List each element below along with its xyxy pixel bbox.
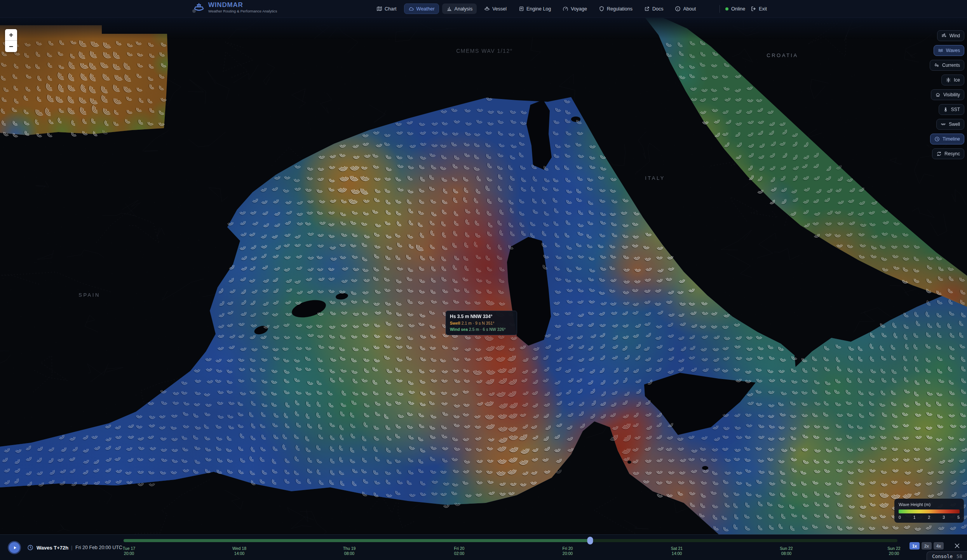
timeline-tick: Sat 2114:00 (671, 546, 683, 556)
nav-item-label: Weather (416, 6, 435, 12)
timeline-tick: Thu 1908:00 (343, 546, 356, 556)
layer-button-ice[interactable]: Ice (941, 75, 964, 85)
close-timeline-icon[interactable] (954, 543, 960, 549)
layer-button-wind[interactable]: Wind (937, 30, 964, 41)
swell-icon (941, 122, 946, 127)
droplets-icon (934, 63, 939, 68)
brand: WINDMAR Weather Routing & Performance An… (193, 2, 277, 13)
speed-button-4x[interactable]: 4x (934, 542, 944, 550)
refresh-icon (936, 151, 942, 157)
clock-icon (934, 136, 940, 142)
nav-item-voyage[interactable]: Voyage (558, 3, 591, 14)
map-icon (376, 6, 382, 12)
nav-item-label: Chart (385, 6, 397, 12)
windmar-logo-ship-icon (193, 2, 205, 13)
layer-button-label: Ice (954, 77, 960, 83)
timeline-tick: Sun 2220:00 (887, 546, 900, 556)
brand-text: WINDMAR Weather Routing & Performance An… (208, 2, 277, 13)
speed-button-2x[interactable]: 2x (922, 542, 932, 550)
layer-button-currents[interactable]: Currents (930, 60, 964, 71)
play-button[interactable] (8, 541, 21, 554)
windmar-app: CMEMS WAV 1/12° SPAIN ITALY CROATIA + − … (0, 0, 967, 560)
online-status: Online (725, 6, 745, 12)
timeline-progress (124, 539, 590, 542)
online-status-dot (725, 7, 728, 10)
layer-button-label: Waves (946, 48, 960, 53)
layer-button-label: Swell (949, 122, 960, 127)
timeline-tick: Tue 1720:00 (123, 546, 135, 556)
country-label-croatia: CROATIA (767, 52, 798, 58)
country-label-italy: ITALY (645, 175, 665, 181)
legend-tick: 1 (913, 515, 916, 520)
app-title: WINDMAR (208, 2, 277, 9)
nav-item-chart[interactable]: Chart (372, 3, 401, 14)
layer-sidebar: WindWavesCurrentsIceVisibilitySSTSwellTi… (930, 30, 964, 159)
legend-tick: 2 (928, 515, 930, 520)
nav-item-docs[interactable]: Docs (640, 3, 667, 14)
layer-button-resync[interactable]: Resync (932, 148, 964, 159)
weather-map[interactable]: CMEMS WAV 1/12° SPAIN ITALY CROATIA + − … (0, 17, 967, 534)
speed-button-1x[interactable]: 1x (910, 542, 920, 550)
layer-button-sst[interactable]: SST (939, 104, 964, 115)
wave-heatmap-canvas[interactable] (0, 17, 967, 534)
nav-item-regulations[interactable]: Regulations (594, 3, 637, 14)
layer-button-visibility[interactable]: Visibility (931, 89, 964, 100)
zoom-in-button[interactable]: + (5, 29, 17, 40)
timeline-tick: Fri 2002:00 (454, 546, 465, 556)
tooltip-title: Hs 3.5 m NNW 334° (450, 314, 513, 319)
timeline-track[interactable] (124, 539, 897, 542)
layer-button-timeline[interactable]: Timeline (930, 134, 964, 144)
console-label: Console (932, 553, 953, 559)
nav-item-about[interactable]: About (671, 3, 700, 14)
wind-icon (941, 33, 947, 38)
nav-item-label: Regulations (607, 6, 632, 12)
nav-right: Online Exit (720, 0, 767, 17)
nav-item-vessel[interactable]: Vessel (480, 3, 511, 14)
wave-data-tooltip: Hs 3.5 m NNW 334° Swell 2.1 m · 9 s N 35… (446, 311, 517, 335)
nav-item-label: Vessel (492, 6, 507, 12)
legend-title: Wave Height (m) (899, 502, 960, 507)
legend-gradient-bar (899, 510, 960, 513)
thermometer-icon (943, 107, 948, 112)
tooltip-swell-row: Swell 2.1 m · 9 s N 351° (450, 321, 513, 325)
snowflake-icon (946, 77, 951, 83)
nav-item-engine-log[interactable]: Engine Log (514, 3, 555, 14)
country-label-spain: SPAIN (78, 292, 100, 298)
layer-button-swell[interactable]: Swell (936, 119, 964, 130)
waves-icon (938, 48, 943, 53)
main-nav: ChartWeatherAnalysisVesselEngine LogVoya… (372, 0, 700, 17)
playbar-mode-label: Waves T+72h (37, 545, 68, 551)
nav-item-weather[interactable]: Weather (404, 3, 439, 14)
console-badge[interactable]: Console 58 (927, 551, 967, 560)
scroll-icon (518, 6, 524, 12)
timeline-tick: Sun 2208:00 (780, 546, 793, 556)
tooltip-windsea-row: Wind sea 2.5 m · 6 s NW 326° (450, 327, 513, 332)
nav-item-label: Analysis (455, 6, 473, 12)
zoom-out-button[interactable]: − (5, 40, 17, 52)
timeline-tick: Wed 1814:00 (232, 546, 246, 556)
layer-button-waves[interactable]: Waves (934, 45, 964, 56)
exit-button[interactable]: Exit (751, 6, 767, 12)
app-subtitle: Weather Routing & Performance Analytics (208, 9, 277, 13)
clock-icon (27, 544, 33, 551)
legend-tick: 3 (943, 515, 945, 520)
nav-item-label: Docs (652, 6, 663, 12)
gauge-icon (563, 6, 568, 12)
timeline-thumb[interactable] (587, 537, 593, 544)
bar-chart-icon (446, 6, 452, 12)
ship-icon (484, 6, 490, 12)
visibility-icon (935, 92, 941, 97)
layer-button-label: Wind (950, 33, 960, 38)
dataset-watermark: CMEMS WAV 1/12° (456, 48, 513, 54)
layer-button-label: Currents (942, 63, 960, 68)
legend-tick: 5 (957, 515, 960, 520)
info-icon (675, 6, 681, 12)
play-icon (12, 545, 18, 551)
timeline-tick: Fri 2020:00 (563, 546, 573, 556)
wave-height-legend: Wave Height (m) 01235 (894, 499, 964, 523)
layer-button-label: Visibility (943, 92, 960, 97)
map-zoom-control: + − (5, 29, 17, 52)
nav-item-analysis[interactable]: Analysis (442, 3, 477, 14)
nav-item-label: Voyage (571, 6, 587, 12)
top-navigation-bar: WINDMAR Weather Routing & Performance An… (0, 0, 967, 18)
